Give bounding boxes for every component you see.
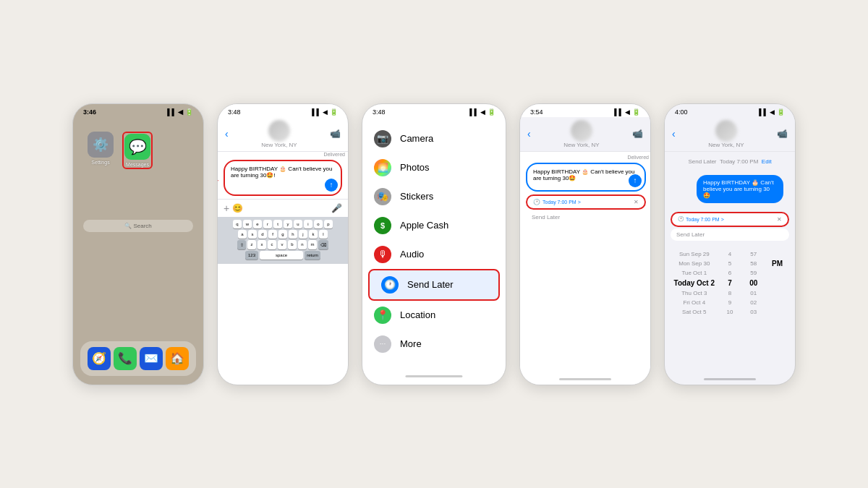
send-later-banner-5[interactable]: 🕐 Today 7:00 PM > ✕ [671,212,789,227]
stickers-label: Stickers [400,191,433,202]
emoji-icon[interactable]: 😊 [232,203,243,213]
key-c[interactable]: c [268,240,276,249]
day5-today: Today Oct 2 [671,278,718,288]
edit-button[interactable]: Edit [762,158,772,165]
day-col-5: Sun Sep 29 Mon Sep 30 Tue Oct 1 Today Oc… [671,249,718,317]
min5-5: 02 [741,298,765,307]
status-bar-4: 3:54 ▌▌ ◀ 🔋 [520,104,650,117]
key-u[interactable]: u [294,220,302,228]
app-settings[interactable]: ⚙️ Settings [88,132,114,169]
key-w[interactable]: w [243,220,252,228]
menu-audio[interactable]: 🎙 Audio [362,240,506,269]
mail-icon[interactable]: ✉️ [140,347,163,370]
menu-apple-cash[interactable]: $ Apple Cash [362,211,506,240]
mic-icon[interactable]: 🎤 [331,203,342,213]
keyboard-row-3: ⇧ z x c v b n m ⌫ [221,240,345,249]
key-i[interactable]: i [304,220,312,228]
key-shift[interactable]: ⇧ [237,240,246,249]
stickers-icon: 🎭 [374,188,391,205]
min5-4: 01 [741,288,765,298]
key-e[interactable]: e [253,220,262,228]
min5-6: 03 [741,307,765,317]
sl-time-text-4: Today 7:00 PM > [542,200,581,205]
key-l[interactable]: l [319,230,328,239]
more-icon: ··· [374,335,391,353]
key-b[interactable]: b [288,240,297,249]
key-m[interactable]: m [308,240,317,249]
hr5-4: 8 [718,288,742,298]
video-icon-5[interactable]: 📹 [777,129,788,139]
key-delete[interactable]: ⌫ [318,240,328,249]
key-return[interactable]: return [305,251,320,260]
key-p[interactable]: p [324,220,333,228]
key-f[interactable]: f [268,230,277,239]
keyboard-row-2: a s d f g h j k l [221,230,345,239]
menu-send-later[interactable]: 🕐 Send Later [368,269,500,301]
key-z[interactable]: z [247,240,256,249]
key-k[interactable]: k [309,230,318,239]
menu-list: 📷 Camera 🌅 Photos 🎭 Stickers $ Apple Cas… [362,117,506,366]
key-s[interactable]: s [248,230,257,239]
key-h[interactable]: h [289,230,297,239]
key-g[interactable]: g [278,230,287,239]
time-picker-cols-5: Sun Sep 29 Mon Sep 30 Tue Oct 1 Today Oc… [671,249,789,317]
video-icon-2[interactable]: 📹 [330,129,341,139]
hr5-0: 4 [718,249,742,259]
send-button-4[interactable]: ↑ [629,174,642,187]
more-label: More [400,338,422,349]
phone-1-home: 3:46 ▌▌ ◀ 🔋 ⚙️ Settings 💬 Messages 🔍 Sea… [72,103,204,385]
status-bar-5: 4:00 ▌▌ ◀ 🔋 [665,104,795,117]
time-picker-5[interactable]: Sun Sep 29 Mon Sep 30 Tue Oct 1 Today Oc… [665,244,795,322]
key-y[interactable]: y [284,220,292,228]
key-t[interactable]: t [273,220,282,228]
time-1: 3:46 [83,108,96,116]
sl-close-4[interactable]: ✕ [634,199,639,205]
sl-time-5: 🕐 Today 7:00 PM > [678,216,724,222]
location-icon: 📍 [374,307,391,324]
message-input-2[interactable]: ↓ Happy BIRTHDAY 🎂 Can't believe you are… [224,160,342,196]
time-4: 3:54 [530,108,543,116]
day5-1: Mon Sep 30 [671,259,718,268]
key-space[interactable]: space [260,251,303,260]
key-o[interactable]: o [314,220,323,228]
key-x[interactable]: x [258,240,266,249]
key-a[interactable]: a [238,230,247,239]
key-j[interactable]: j [299,230,307,239]
safari-icon[interactable]: 🧭 [88,347,111,370]
sl-input-5[interactable]: Send Later [671,228,789,241]
hr5-2: 6 [718,268,742,278]
phone-icon[interactable]: 📞 [114,347,137,370]
msg-header-5: ‹ New York, NY 📹 [665,117,795,152]
key-q[interactable]: q [233,220,242,228]
apple-cash-icon: $ [374,217,391,234]
home-indicator-3 [405,375,462,377]
plus-icon[interactable]: + [224,202,229,214]
menu-camera[interactable]: 📷 Camera [362,124,506,153]
key-r[interactable]: r [263,220,272,228]
key-v[interactable]: v [278,240,286,249]
keyboard-row-4: 123 space return [221,251,345,260]
search-bar[interactable]: 🔍 Search [83,220,193,232]
bubble-area-5: Happy BIRTHDAY 🎂 Can't believe you are t… [665,168,795,210]
menu-location[interactable]: 📍 Location [362,301,506,330]
key-d[interactable]: d [258,230,267,239]
sl-close-5[interactable]: ✕ [777,216,782,223]
menu-stickers[interactable]: 🎭 Stickers [362,182,506,211]
key-123[interactable]: 123 [245,251,258,260]
keyboard-2: q w e r t y u i o p a s d f g h j k l [218,217,348,264]
photos-label: Photos [400,162,429,173]
key-n[interactable]: n [298,240,307,249]
menu-more[interactable]: ··· More [362,330,506,359]
audio-label: Audio [400,249,424,260]
send-later-banner-4[interactable]: 🕐 Today 7:00 PM > ✕ [526,194,646,210]
video-icon-4[interactable]: 📹 [632,129,643,139]
send-button-2[interactable]: ↑ [325,179,338,192]
home-icon[interactable]: 🏠 [166,347,189,370]
min5-active: 00 [741,278,765,288]
time-2: 3:48 [228,108,241,116]
contact-info-5: New York, NY [676,120,777,148]
message-text-4: Happy BIRTHDAY 🎂 Can't believe you are t… [533,168,634,181]
menu-photos[interactable]: 🌅 Photos [362,153,506,182]
app-messages[interactable]: 💬 Messages [122,132,153,169]
message-input-4[interactable]: Happy BIRTHDAY 🎂 Can't believe you are t… [526,163,646,192]
